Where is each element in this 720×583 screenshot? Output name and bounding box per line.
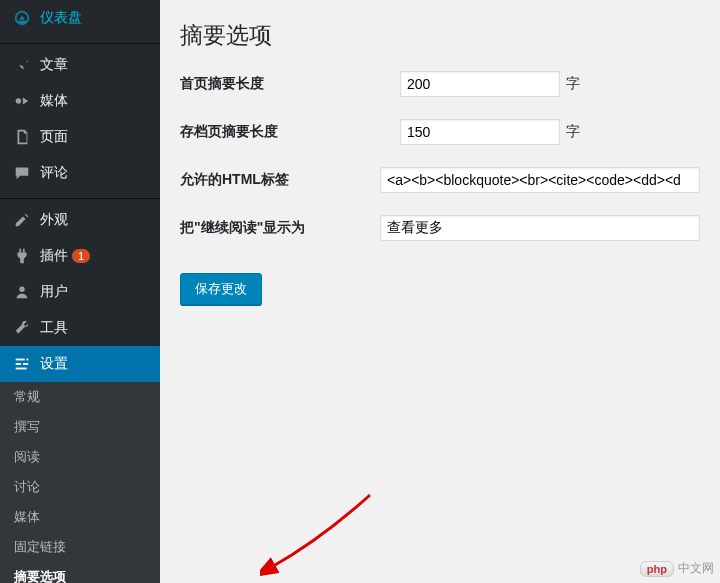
sidebar-item-users[interactable]: 用户 — [0, 274, 160, 310]
sidebar-item-label: 外观 — [40, 211, 68, 229]
plugin-icon — [12, 246, 32, 266]
sidebar-item-label: 评论 — [40, 164, 68, 182]
watermark-text: 中文网 — [678, 560, 714, 577]
save-button[interactable]: 保存更改 — [180, 273, 262, 305]
sidebar-item-label: 媒体 — [40, 92, 68, 110]
row-read-more: 把"继续阅读"显示为 — [180, 215, 700, 241]
svg-rect-6 — [16, 368, 27, 370]
label-read-more: 把"继续阅读"显示为 — [180, 219, 380, 237]
sidebar-item-settings[interactable]: 设置 — [0, 346, 160, 382]
tool-icon — [12, 318, 32, 338]
sidebar-item-posts[interactable]: 文章 — [0, 47, 160, 83]
sub-item-excerpt-options[interactable]: 摘要选项 — [0, 562, 160, 583]
sidebar-item-tools[interactable]: 工具 — [0, 310, 160, 346]
sidebar-item-label: 用户 — [40, 283, 68, 301]
sidebar-item-comments[interactable]: 评论 — [0, 155, 160, 191]
sidebar-item-media[interactable]: 媒体 — [0, 83, 160, 119]
svg-point-1 — [19, 287, 24, 292]
settings-icon — [12, 354, 32, 374]
sub-item-reading[interactable]: 阅读 — [0, 442, 160, 472]
dashboard-icon — [12, 8, 32, 28]
separator — [0, 39, 160, 44]
sub-item-media[interactable]: 媒体 — [0, 502, 160, 532]
svg-rect-5 — [23, 363, 28, 365]
label-home-excerpt: 首页摘要长度 — [180, 75, 400, 93]
appearance-icon — [12, 210, 32, 230]
sidebar-item-pages[interactable]: 页面 — [0, 119, 160, 155]
input-archive-excerpt[interactable] — [400, 119, 560, 145]
sub-item-permalinks[interactable]: 固定链接 — [0, 532, 160, 562]
row-archive-excerpt: 存档页摘要长度 字 — [180, 119, 700, 145]
row-home-excerpt: 首页摘要长度 字 — [180, 71, 700, 97]
row-allowed-html: 允许的HTML标签 — [180, 167, 700, 193]
sub-item-discussion[interactable]: 讨论 — [0, 472, 160, 502]
sidebar-item-label: 插件 — [40, 247, 68, 265]
sidebar-item-dashboard[interactable]: 仪表盘 — [0, 0, 160, 36]
sidebar-item-label: 仪表盘 — [40, 9, 82, 27]
sidebar-item-plugins[interactable]: 插件 1 — [0, 238, 160, 274]
svg-rect-4 — [16, 363, 21, 365]
update-badge: 1 — [72, 249, 90, 263]
page-title: 摘要选项 — [180, 20, 700, 51]
sidebar-item-label: 设置 — [40, 355, 68, 373]
svg-rect-3 — [27, 359, 29, 361]
input-allowed-html[interactable] — [380, 167, 700, 193]
suffix-char: 字 — [566, 123, 580, 141]
php-badge: php — [640, 561, 674, 577]
comment-icon — [12, 163, 32, 183]
input-read-more[interactable] — [380, 215, 700, 241]
sidebar-item-appearance[interactable]: 外观 — [0, 202, 160, 238]
pin-icon — [12, 55, 32, 75]
sidebar-submenu: 常规 撰写 阅读 讨论 媒体 固定链接 摘要选项 — [0, 382, 160, 583]
sidebar-item-label: 工具 — [40, 319, 68, 337]
admin-sidebar: 仪表盘 文章 媒体 页面 评论 外观 插件 1 用户 工具 设置 常规 撰写 — [0, 0, 160, 583]
sidebar-item-label: 页面 — [40, 128, 68, 146]
label-allowed-html: 允许的HTML标签 — [180, 171, 380, 189]
suffix-char: 字 — [566, 75, 580, 93]
sub-item-writing[interactable]: 撰写 — [0, 412, 160, 442]
media-icon — [12, 91, 32, 111]
user-icon — [12, 282, 32, 302]
main-content: 摘要选项 首页摘要长度 字 存档页摘要长度 字 允许的HTML标签 把"继续阅读… — [160, 0, 720, 583]
input-home-excerpt[interactable] — [400, 71, 560, 97]
page-icon — [12, 127, 32, 147]
sub-item-general[interactable]: 常规 — [0, 382, 160, 412]
annotation-arrow-icon — [260, 490, 380, 580]
svg-rect-2 — [16, 359, 25, 361]
svg-point-0 — [16, 98, 21, 103]
label-archive-excerpt: 存档页摘要长度 — [180, 123, 400, 141]
watermark: php 中文网 — [640, 560, 714, 577]
sidebar-item-label: 文章 — [40, 56, 68, 74]
separator — [0, 194, 160, 199]
